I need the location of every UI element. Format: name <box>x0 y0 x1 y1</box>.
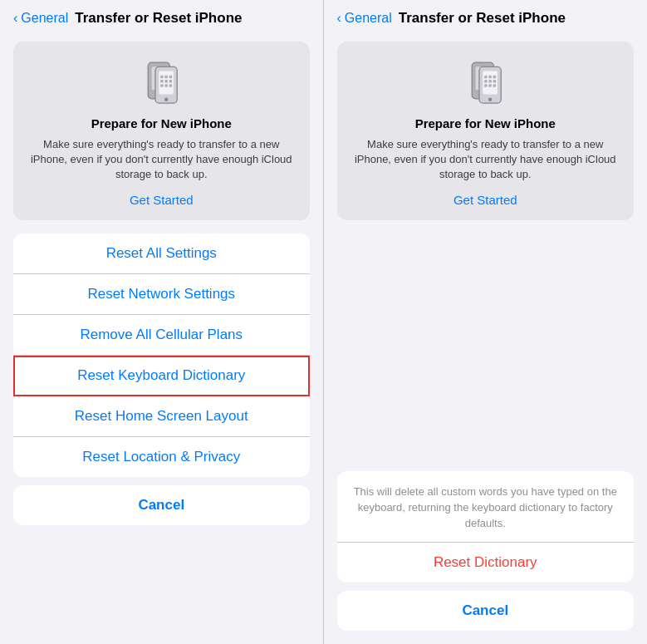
svg-point-14 <box>164 98 168 101</box>
right-prepare-description: Make sure everything's ready to transfer… <box>350 137 621 183</box>
svg-point-29 <box>488 98 492 101</box>
back-chevron-icon: ‹ <box>13 11 17 26</box>
right-back-link[interactable]: General <box>345 11 392 26</box>
reset-dictionary-button[interactable]: Reset Dictionary <box>337 542 635 583</box>
left-header: ‹ General Transfer or Reset iPhone <box>0 0 323 33</box>
right-cancel-button[interactable]: Cancel <box>337 591 635 631</box>
prepare-card: Prepare for New iPhone Make sure everyth… <box>13 42 310 220</box>
prepare-description: Make sure everything's ready to transfer… <box>27 137 297 183</box>
cancel-wrapper: Cancel <box>13 485 310 525</box>
bottom-spacer <box>324 631 648 644</box>
right-panel: ‹ General Transfer or Reset iPhone <box>324 0 648 644</box>
svg-rect-9 <box>165 80 169 83</box>
reset-home-screen-layout-item[interactable]: Reset Home Screen Layout <box>13 396 310 437</box>
reset-dialog: This will delete all custom words you ha… <box>337 471 635 583</box>
page-title: Transfer or Reset iPhone <box>75 10 242 27</box>
get-started-button[interactable]: Get Started <box>130 193 194 207</box>
svg-rect-7 <box>169 76 173 79</box>
right-prepare-card: Prepare for New iPhone Make sure everyth… <box>337 42 635 220</box>
svg-rect-21 <box>489 76 493 79</box>
svg-rect-22 <box>493 76 497 79</box>
right-back-chevron-icon: ‹ <box>337 11 341 26</box>
left-panel: ‹ General Transfer or Reset iPhone <box>0 0 324 644</box>
right-phone-transfer-icon <box>456 58 514 108</box>
reset-all-settings-item[interactable]: Reset All Settings <box>13 234 310 274</box>
svg-rect-5 <box>160 76 164 79</box>
right-cancel-wrapper: Cancel <box>337 591 635 631</box>
svg-rect-6 <box>165 76 169 79</box>
cancel-button[interactable]: Cancel <box>13 485 310 525</box>
right-header: ‹ General Transfer or Reset iPhone <box>324 0 648 33</box>
svg-rect-8 <box>160 80 164 83</box>
right-page-title: Transfer or Reset iPhone <box>399 10 566 27</box>
svg-rect-20 <box>484 76 488 79</box>
back-link[interactable]: General <box>21 11 68 26</box>
reset-location-privacy-item[interactable]: Reset Location & Privacy <box>13 437 310 477</box>
right-prepare-title: Prepare for New iPhone <box>415 116 556 130</box>
svg-rect-27 <box>489 84 493 87</box>
svg-rect-11 <box>160 84 164 87</box>
reset-network-settings-item[interactable]: Reset Network Settings <box>13 274 310 315</box>
svg-rect-28 <box>493 84 497 87</box>
svg-rect-12 <box>165 84 169 87</box>
svg-rect-10 <box>169 80 173 83</box>
svg-rect-26 <box>484 84 488 87</box>
right-get-started-button[interactable]: Get Started <box>453 193 517 207</box>
reset-keyboard-dictionary-item[interactable]: Reset Keyboard Dictionary <box>13 356 310 396</box>
dialog-description: This will delete all custom words you ha… <box>337 471 635 542</box>
svg-rect-13 <box>169 84 173 87</box>
reset-options-list: Reset All Settings Reset Network Setting… <box>13 234 310 477</box>
prepare-title: Prepare for New iPhone <box>91 116 232 130</box>
svg-rect-25 <box>493 80 497 83</box>
content-spacer <box>324 234 648 472</box>
svg-rect-23 <box>484 80 488 83</box>
remove-cellular-plans-item[interactable]: Remove All Cellular Plans <box>13 315 310 356</box>
svg-rect-24 <box>489 80 493 83</box>
phone-transfer-icon <box>132 58 190 108</box>
